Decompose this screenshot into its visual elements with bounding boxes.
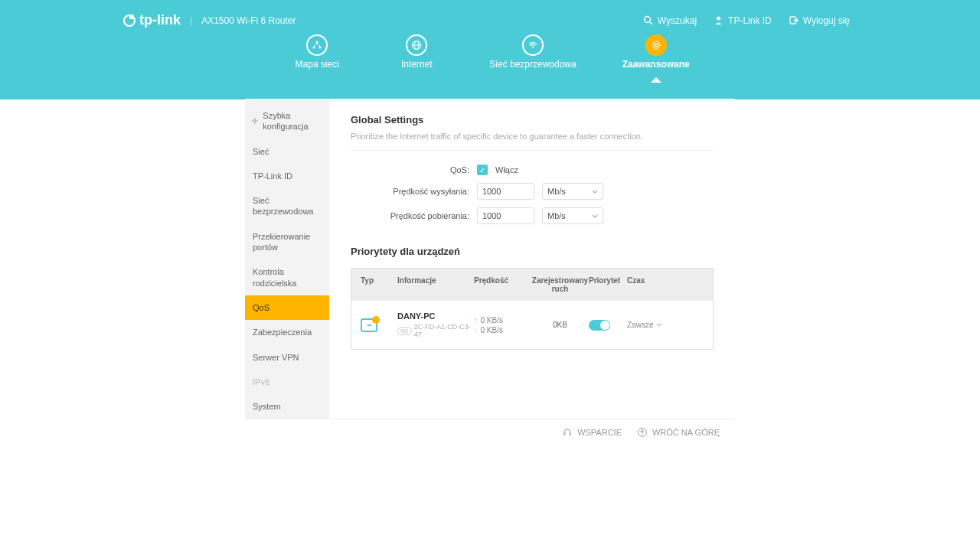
sidebar: Szybka konfiguracja Sieć TP-Link ID Sieć…: [245, 99, 329, 419]
table-row: DANY-PC 5G 2C-FD-A1-CD-C3-47 ↑0 KB/s ↓0 …: [351, 301, 713, 349]
logout-icon: [789, 15, 799, 25]
brand: tp-link | AX1500 Wi-Fi 6 Router: [122, 12, 296, 28]
qos-label: QoS:: [351, 165, 469, 174]
sidebar-quick-setup[interactable]: Szybka konfiguracja: [245, 103, 329, 139]
svg-line-3: [649, 22, 652, 25]
download-rate: 0 KB/s: [481, 326, 503, 334]
sidebar-label: System: [253, 401, 281, 412]
device-name: DANY-PC: [397, 311, 474, 321]
svg-point-1: [129, 14, 134, 18]
main-content: Global Settings Prioritize the Internet …: [329, 99, 735, 419]
network-map-icon: [306, 34, 328, 56]
time-value: Zawsze: [627, 321, 653, 329]
brand-text: tp-link: [139, 12, 181, 28]
sidebar-item-security[interactable]: Zabezpieczenia: [245, 320, 329, 344]
logout-label: Wyloguj się: [803, 15, 850, 26]
download-speed-label: Prędkość pobierania:: [351, 211, 469, 220]
svg-rect-15: [564, 432, 566, 435]
qos-checkbox[interactable]: ✓: [477, 165, 488, 175]
sidebar-item-ipv6[interactable]: IPv6: [245, 370, 329, 394]
nav-map-label: Mapa sieci: [296, 59, 339, 70]
footer: WSPARCIE WRÓĆ NA GÓRĘ: [245, 419, 735, 445]
upload-unit-select[interactable]: Mb/s: [542, 183, 603, 200]
logout-action[interactable]: Wyloguj się: [789, 15, 850, 26]
device-priority-table: Typ Informacje Prędkość Zarejestrowany r…: [351, 268, 714, 350]
nav-network-map[interactable]: Mapa sieci: [290, 34, 344, 78]
time-select[interactable]: Zawsze: [627, 321, 665, 329]
nav-internet-label: Internet: [401, 59, 433, 70]
nav-advanced-label: Zaawansowane: [622, 59, 690, 70]
brand-separator: |: [190, 15, 192, 26]
upload-speed-label: Prędkość wysyłania:: [351, 187, 469, 196]
sidebar-quick-label: Szybka konfiguracja: [263, 110, 322, 132]
nav-wireless[interactable]: Sieć bezprzewodowa: [489, 34, 576, 78]
upload-unit-value: Mb/s: [547, 187, 566, 196]
download-speed-input[interactable]: [477, 207, 534, 224]
device-type-icon: [361, 318, 377, 332]
sidebar-item-system[interactable]: System: [245, 394, 329, 419]
sidebar-item-port-forwarding[interactable]: Przekierowanie portów: [245, 224, 329, 260]
band-badge: 5G: [397, 327, 412, 335]
sidebar-label: QoS: [253, 302, 270, 313]
support-label: WSPARCIE: [577, 428, 622, 437]
col-time: Czas: [627, 276, 665, 293]
sidebar-item-qos[interactable]: QoS: [245, 295, 329, 320]
model-label: AX1500 Wi-Fi 6 Router: [201, 15, 296, 26]
wifi-icon: [522, 34, 544, 56]
sidebar-label: Sieć: [253, 146, 269, 157]
svg-point-14: [253, 120, 256, 122]
device-badge-icon: [372, 316, 380, 324]
sidebar-item-network[interactable]: Sieć: [245, 139, 329, 164]
chevron-down-icon: [592, 190, 598, 194]
col-type: Typ: [361, 276, 397, 293]
download-unit-select[interactable]: Mb/s: [542, 207, 603, 224]
gear-small-icon: [251, 116, 258, 126]
download-unit-value: Mb/s: [547, 211, 566, 220]
sidebar-item-tplink-id[interactable]: TP-Link ID: [245, 164, 329, 188]
svg-point-4: [717, 17, 720, 21]
upload-speed-input[interactable]: [477, 183, 534, 200]
chevron-down-icon: [592, 214, 598, 218]
globe-icon: [406, 34, 427, 56]
support-link[interactable]: WSPARCIE: [562, 427, 622, 438]
back-to-top-link[interactable]: WRÓĆ NA GÓRĘ: [637, 427, 720, 438]
sidebar-label: Przekierowanie portów: [253, 231, 322, 253]
headset-icon: [562, 427, 573, 438]
nav-wireless-label: Sieć bezprzewodowa: [489, 59, 576, 70]
device-priority-title: Priorytety dla urządzeń: [351, 246, 714, 257]
chevron-down-icon: [656, 323, 662, 327]
sidebar-label: Kontrola rodzicielska: [253, 266, 322, 289]
search-icon: [643, 15, 653, 25]
sidebar-label: IPv6: [253, 377, 270, 387]
user-icon: [714, 15, 724, 25]
tplink-id-action[interactable]: TP-Link ID: [714, 15, 772, 26]
svg-point-13: [655, 44, 658, 47]
brand-logo: tp-link: [122, 12, 181, 28]
sidebar-item-parental[interactable]: Kontrola rodzicielska: [245, 259, 329, 295]
sidebar-label: Zabezpieczenia: [253, 327, 312, 337]
nav-internet[interactable]: Internet: [390, 34, 443, 78]
col-traffic: Zarejestrowany ruch: [531, 276, 589, 293]
priority-toggle[interactable]: [589, 320, 610, 331]
svg-rect-16: [570, 432, 572, 435]
top-label: WRÓĆ NA GÓRĘ: [652, 428, 720, 437]
col-priority: Priorytet: [589, 276, 627, 293]
sidebar-label: TP-Link ID: [253, 171, 292, 181]
global-settings-subtitle: Prioritize the Internet traffic of speci…: [351, 132, 714, 151]
sidebar-item-vpn[interactable]: Serwer VPN: [245, 345, 329, 370]
global-settings-title: Global Settings: [351, 114, 714, 126]
col-speed: Prędkość: [474, 276, 531, 293]
enable-label: Włącz: [495, 165, 518, 174]
search-action[interactable]: Wyszukaj: [643, 15, 697, 26]
tplink-id-label: TP-Link ID: [728, 15, 772, 26]
svg-point-12: [532, 47, 534, 48]
nav-advanced[interactable]: Zaawansowane: [622, 34, 690, 78]
arrow-up-circle-icon: [637, 427, 648, 438]
sidebar-item-wireless[interactable]: Sieć bezprzewodowa: [245, 188, 329, 224]
arrow-down-icon: ↓: [474, 326, 478, 334]
sidebar-label: Sieć bezprzewodowa: [253, 195, 322, 217]
upload-rate: 0 KB/s: [481, 316, 503, 324]
gear-icon: [645, 34, 667, 56]
col-info: Informacje: [397, 276, 474, 293]
sidebar-label: Serwer VPN: [253, 352, 299, 363]
